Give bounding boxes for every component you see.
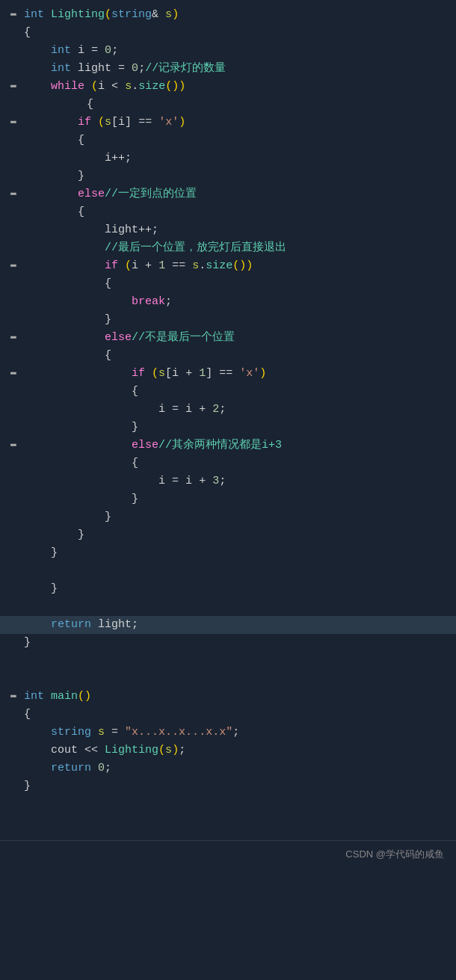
code-editor: ▬ int Lighting(string& s) { int i = 0; i… (0, 0, 456, 980)
code-line: ▬ else//其余两种情况都是i+3 (0, 437, 456, 454)
code-text: int Lighting(string& s) (24, 6, 450, 24)
collapse-gutter[interactable]: ▬ (6, 185, 21, 201)
code-text: break; (24, 293, 450, 311)
code-line (0, 562, 456, 580)
code-text: return light; (24, 616, 450, 634)
code-line: { (0, 96, 456, 114)
code-text: int light = 0;//记录灯的数量 (24, 60, 450, 78)
code-text: { (24, 454, 450, 472)
code-line: break; (0, 293, 456, 311)
code-line: cout << Lighting(s); (0, 742, 456, 759)
code-text: { (24, 132, 450, 150)
code-text: //最后一个位置，放完灯后直接退出 (24, 239, 450, 257)
code-line: } (0, 544, 456, 562)
code-line: } (0, 580, 456, 598)
collapse-gutter[interactable]: ▬ (6, 365, 21, 380)
code-line: { (0, 132, 456, 150)
code-text: } (24, 311, 450, 329)
code-text: } (24, 526, 450, 544)
code-line (0, 598, 456, 616)
code-line (0, 795, 456, 813)
code-line (0, 813, 456, 831)
code-line: { (0, 706, 456, 724)
code-text: light++; (24, 221, 450, 239)
code-text: int main() (24, 688, 450, 706)
code-text: else//一定到点的位置 (24, 185, 450, 203)
collapse-gutter[interactable]: ▬ (6, 437, 21, 452)
code-line: } (0, 508, 456, 526)
code-text: i++; (24, 150, 450, 167)
code-text: int i = 0; (24, 42, 450, 60)
code-text: { (24, 383, 450, 401)
code-line: { (0, 347, 456, 365)
code-line: } (0, 167, 456, 185)
code-text: } (24, 490, 450, 508)
code-line: ▬ if (i + 1 == s.size()) (0, 257, 456, 275)
code-line: } (0, 777, 456, 795)
collapse-gutter[interactable]: ▬ (6, 78, 21, 93)
collapse-gutter[interactable]: ▬ (6, 688, 21, 703)
code-line: ▬ else//一定到点的位置 (0, 185, 456, 203)
code-text: { (24, 275, 450, 293)
code-text: i = i + 3; (24, 472, 450, 490)
collapse-gutter[interactable]: ▬ (6, 257, 21, 273)
code-text: if (s[i + 1] == 'x') (24, 365, 450, 383)
code-text: } (24, 544, 450, 562)
code-line: ▬ int Lighting(string& s) (0, 6, 456, 24)
code-text: } (24, 419, 450, 437)
footer: CSDN @学代码的咸鱼 (0, 840, 456, 869)
code-text (24, 598, 450, 616)
code-text: if (i + 1 == s.size()) (24, 257, 450, 275)
code-text (24, 795, 450, 813)
code-line: ▬ else//不是最后一个位置 (0, 329, 456, 347)
code-text: if (s[i] == 'x') (24, 114, 450, 132)
code-line: { (0, 383, 456, 401)
code-line: i = i + 2; (0, 401, 456, 419)
code-text: string s = "x...x..x...x.x"; (24, 724, 450, 742)
code-line: int light = 0;//记录灯的数量 (0, 60, 456, 78)
code-text (24, 670, 450, 688)
code-line: string s = "x...x..x...x.x"; (0, 724, 456, 742)
code-line: i++; (0, 150, 456, 167)
code-line-highlighted: return light; (0, 616, 456, 634)
code-line: { (0, 275, 456, 293)
code-text: while (i < s.size()) (24, 78, 450, 96)
code-text: i = i + 2; (24, 401, 450, 419)
code-text: } (24, 508, 450, 526)
collapse-gutter[interactable]: ▬ (6, 329, 21, 345)
code-text: { (24, 24, 450, 42)
code-line: i = i + 3; (0, 472, 456, 490)
code-line: ▬ while (i < s.size()) (0, 78, 456, 96)
code-line (0, 670, 456, 688)
code-line: { (0, 24, 456, 42)
code-line: light++; (0, 221, 456, 239)
code-text: else//其余两种情况都是i+3 (24, 437, 450, 454)
collapse-gutter[interactable]: ▬ (6, 6, 21, 22)
code-text: return 0; (24, 759, 450, 777)
code-line: { (0, 203, 456, 221)
code-text: } (24, 777, 450, 795)
code-line (0, 652, 456, 670)
footer-text: CSDN @学代码的咸鱼 (345, 848, 444, 860)
code-line: } (0, 311, 456, 329)
code-line: { (0, 454, 456, 472)
code-line: ▬ if (s[i + 1] == 'x') (0, 365, 456, 383)
code-line: ▬ int main() (0, 688, 456, 706)
code-line: ▬ if (s[i] == 'x') (0, 114, 456, 132)
code-text: else//不是最后一个位置 (24, 329, 450, 347)
code-text (24, 562, 450, 580)
code-text: { (24, 347, 450, 365)
code-text (24, 813, 450, 831)
code-text: } (24, 634, 450, 652)
code-line: } (0, 634, 456, 652)
code-text: { (24, 706, 450, 724)
code-text: } (24, 167, 450, 185)
code-line: } (0, 419, 456, 437)
code-line: return 0; (0, 759, 456, 777)
collapse-gutter[interactable]: ▬ (6, 114, 21, 129)
code-text: { (24, 96, 450, 114)
code-text: } (24, 580, 450, 598)
code-line: } (0, 490, 456, 508)
code-line: int i = 0; (0, 42, 456, 60)
code-line: //最后一个位置，放完灯后直接退出 (0, 239, 456, 257)
